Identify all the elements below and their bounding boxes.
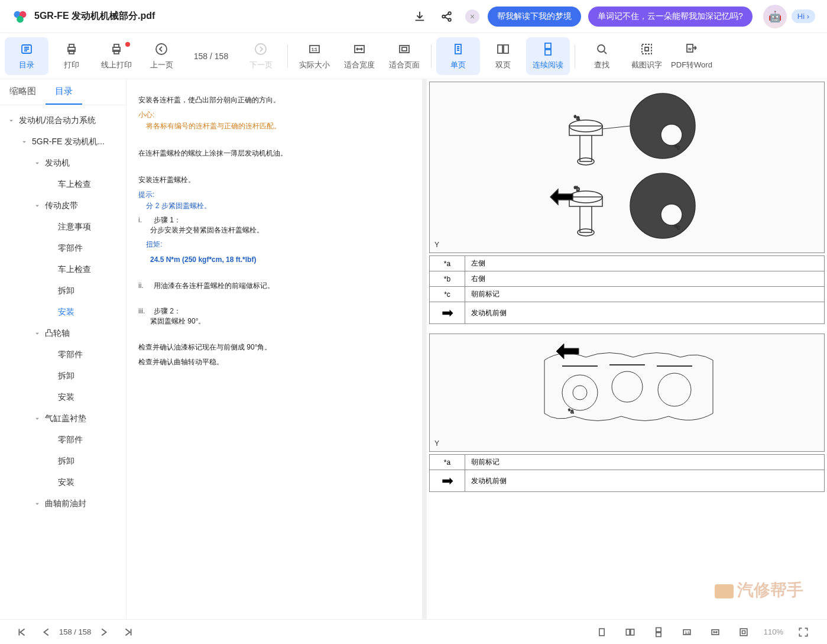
- outline-item[interactable]: 拆卸: [0, 280, 126, 302]
- outline-item[interactable]: 车上检查: [0, 174, 126, 195]
- tool-actual[interactable]: 1:1实际大小: [293, 37, 336, 75]
- outline-label: 零部件: [58, 435, 83, 445]
- svg-rect-50: [631, 629, 634, 635]
- continuous-icon[interactable]: [653, 626, 664, 638]
- footer-bar: 158 / 158 1:1 110%: [0, 619, 827, 644]
- torque-label: 扭矩:: [146, 240, 162, 248]
- legend-key: *a: [430, 256, 465, 271]
- prev-page-icon[interactable]: [40, 626, 53, 639]
- arrow-icon: ➡: [430, 470, 465, 492]
- double-icon: [496, 42, 510, 56]
- toc-icon: [20, 42, 34, 56]
- legend-val: 发动机前侧: [465, 302, 825, 324]
- outline-label: 发动机: [45, 158, 70, 169]
- outline-item[interactable]: 零部件: [0, 344, 126, 365]
- outline-item[interactable]: 拆卸: [0, 365, 126, 387]
- tool-print-online[interactable]: 线上打印: [95, 37, 138, 75]
- single-page-icon[interactable]: [596, 626, 608, 638]
- fit-width-icon[interactable]: [709, 626, 721, 638]
- outline-item[interactable]: 车上检查: [0, 259, 126, 280]
- legend-val: 朝前标记: [465, 455, 825, 470]
- tool-label: 目录: [19, 60, 34, 70]
- single-icon: [451, 42, 465, 56]
- pdf-viewer[interactable]: 安装各连杆盖，使凸出部分朝向正确的方向。 小心: 将各标有编号的连杆盖与正确的连…: [127, 79, 827, 619]
- tool-double[interactable]: 双页: [481, 37, 525, 75]
- outline-item[interactable]: 安装: [0, 387, 126, 408]
- double-page-icon[interactable]: [624, 626, 636, 638]
- outline-item[interactable]: 凸轮轴: [0, 323, 126, 344]
- outline-item[interactable]: 发动机/混合动力系统: [0, 110, 126, 131]
- last-page-icon[interactable]: [122, 626, 135, 639]
- tool-label: 连续阅读: [533, 60, 563, 70]
- tool-convert[interactable]: WPDF转Word: [670, 37, 714, 75]
- outline-label: 发动机/混合动力系统: [19, 115, 96, 126]
- legend-val: 左侧: [465, 256, 825, 271]
- technical-diagram-pistons: *a *c *b *c Y: [429, 82, 825, 253]
- outline-item[interactable]: 发动机: [0, 153, 126, 174]
- next-page-icon[interactable]: [97, 626, 110, 639]
- first-page-icon[interactable]: [15, 626, 28, 639]
- actual-size-icon[interactable]: 1:1: [681, 626, 693, 638]
- assistant-avatar[interactable]: 🤖: [763, 5, 787, 28]
- tab-outline[interactable]: 目录: [46, 79, 82, 105]
- caret-down-icon: [33, 202, 41, 210]
- suggestion-chip-dream[interactable]: 帮我解读下我的梦境: [488, 7, 581, 27]
- tool-find[interactable]: 查找: [580, 37, 624, 75]
- pdf-line: 检查并确认油漆标记现在与前侧成 90°角。: [138, 342, 410, 353]
- pdf-page-figures: *a *c *b *c Y *a左侧*b右侧*c朝前标记➡发动机前侧 *: [427, 79, 827, 619]
- tool-cont[interactable]: 连续阅读: [526, 37, 570, 75]
- tool-fitp[interactable]: 适合页面: [382, 37, 426, 75]
- tool-ocr[interactable]: 截图识字: [625, 37, 669, 75]
- hi-badge[interactable]: Hi ›: [792, 9, 815, 23]
- outline-tree[interactable]: 发动机/混合动力系统5GR-FE 发动机机...发动机车上检查传动皮带注意事项零…: [0, 105, 126, 619]
- outline-label: 传动皮带: [45, 200, 78, 211]
- share-icon[interactable]: [440, 10, 453, 23]
- svg-rect-30: [569, 126, 602, 135]
- legend-val: 朝前标记: [465, 287, 825, 302]
- tool-next[interactable]: 下一页: [239, 37, 283, 75]
- svg-rect-19: [402, 47, 407, 51]
- hint-label: 提示:: [138, 190, 154, 199]
- outline-item[interactable]: 5GR-FE 发动机机...: [0, 131, 126, 153]
- outline-item[interactable]: 拆卸: [0, 451, 126, 472]
- svg-rect-49: [626, 629, 630, 635]
- tool-toc[interactable]: 目录: [5, 37, 48, 75]
- svg-point-14: [255, 44, 266, 54]
- outline-item[interactable]: 零部件: [0, 238, 126, 259]
- outline-item[interactable]: 零部件: [0, 429, 126, 451]
- svg-point-45: [612, 371, 643, 402]
- warning-text: 将各标有编号的连杆盖与正确的连杆匹配。: [146, 122, 281, 130]
- outline-item[interactable]: 安装: [0, 472, 126, 493]
- step-text: 分步安装并交替紧固各连杆盖螺栓。: [150, 226, 264, 234]
- legend-val: 右侧: [465, 271, 825, 287]
- outline-item[interactable]: 注意事项: [0, 216, 126, 238]
- tool-label: 截图识字: [631, 60, 662, 70]
- svg-point-25: [598, 45, 605, 52]
- outline-item[interactable]: 安装: [0, 302, 126, 323]
- svg-rect-21: [498, 45, 502, 53]
- svg-text:*a: *a: [568, 408, 574, 415]
- suggestion-chip-memory[interactable]: 单词记不住，云一朵能帮我加深记忆吗?: [588, 7, 753, 27]
- svg-rect-11: [114, 44, 119, 47]
- tool-label: PDF转Word: [671, 60, 712, 70]
- close-suggestion-button[interactable]: ×: [465, 9, 479, 24]
- zoom-level: 110%: [764, 627, 783, 636]
- fullscreen-icon[interactable]: [797, 626, 809, 638]
- svg-text:W: W: [688, 47, 692, 51]
- svg-rect-12: [114, 50, 119, 54]
- download-icon[interactable]: [413, 10, 426, 23]
- outline-item[interactable]: 气缸盖衬垫: [0, 408, 126, 429]
- outline-item[interactable]: 曲轴前油封: [0, 493, 126, 514]
- tool-label: 打印: [64, 60, 79, 70]
- tool-fitw[interactable]: 适合宽度: [338, 37, 381, 75]
- tool-print[interactable]: 打印: [50, 37, 93, 75]
- pdf-page-text: 安装各连杆盖，使凸出部分朝向正确的方向。 小心: 将各标有编号的连杆盖与正确的连…: [127, 79, 422, 619]
- outline-label: 零部件: [58, 349, 83, 360]
- tool-prev[interactable]: 上一页: [140, 37, 183, 75]
- outline-item[interactable]: 传动皮带: [0, 195, 126, 216]
- tool-single[interactable]: 单页: [436, 37, 480, 75]
- convert-icon: W: [685, 42, 699, 56]
- tab-thumbnails[interactable]: 缩略图: [0, 79, 46, 105]
- find-icon: [595, 42, 609, 56]
- fit-page-icon[interactable]: [738, 626, 750, 638]
